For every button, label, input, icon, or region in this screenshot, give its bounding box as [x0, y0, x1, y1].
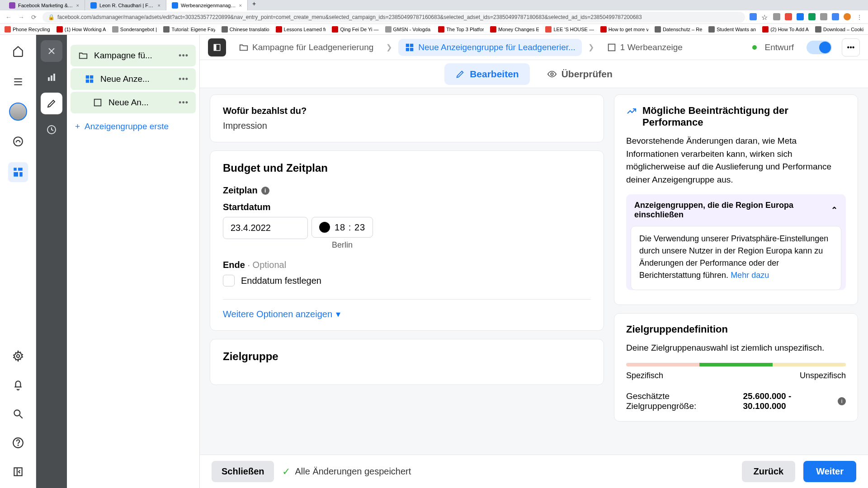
bell-icon[interactable] [8, 375, 28, 395]
bookmark[interactable]: Chinese translatio... [222, 26, 269, 33]
info-icon[interactable]: i [838, 397, 846, 405]
refresh-icon[interactable]: ⟳ [30, 13, 38, 21]
bookmark[interactable]: Student Wants an... [708, 26, 756, 33]
search-icon[interactable] [8, 404, 28, 424]
chevron-right-icon: ❯ [386, 43, 392, 52]
bookmark[interactable]: The Top 3 Platfor... [438, 26, 484, 33]
learn-more-link[interactable]: Mehr dazu [731, 271, 769, 280]
browser-tabs-bar: Facebook Marketing & Werbe... × Leon R. … [0, 0, 868, 10]
extension-icon[interactable] [773, 13, 780, 20]
end-date-checkbox[interactable] [223, 275, 235, 286]
svg-rect-28 [406, 43, 409, 47]
bookmark[interactable]: Lessons Learned fr... [276, 26, 326, 33]
bookmark[interactable]: Tutorial: Eigene Fay... [163, 26, 215, 33]
tree-item-label: Neue Anze... [100, 74, 173, 84]
bookmark[interactable]: Sonderangebot |... [112, 26, 157, 33]
profile-icon[interactable] [844, 13, 851, 20]
extension-icon[interactable] [832, 13, 839, 20]
extension-icon[interactable] [808, 13, 816, 20]
start-date-label: Startdatum [223, 202, 591, 212]
breadcrumb-ad[interactable]: 1 Werbeanzeige [600, 39, 689, 56]
start-time-input[interactable]: 18 : 23 [311, 217, 373, 238]
bookmark[interactable]: Phone Recycling... [5, 26, 50, 33]
more-icon[interactable]: ••• [179, 98, 189, 108]
footer-bar: Schließen ✓ Alle Änderungen gespeichert … [200, 455, 868, 488]
more-icon[interactable]: ••• [179, 75, 189, 84]
svg-rect-23 [86, 80, 89, 83]
gear-icon[interactable] [8, 346, 28, 366]
collapse-icon[interactable] [8, 462, 28, 482]
close-icon[interactable] [41, 40, 62, 62]
close-button[interactable]: Schließen [212, 461, 274, 482]
bookmark[interactable]: Download – Cooki... [815, 26, 863, 33]
panel-toggle-icon[interactable] [208, 38, 226, 56]
svg-rect-18 [51, 75, 52, 81]
payment-value: Impression [223, 121, 591, 131]
grid-icon[interactable] [8, 162, 28, 182]
estimate-label: Geschätzte Zielgruppengröße: [626, 391, 741, 411]
new-tab-button[interactable]: + [248, 0, 260, 10]
tree-item-campaign[interactable]: Kampagne fü... ••• [71, 45, 196, 66]
favorite-icon[interactable]: ☆ [761, 13, 769, 20]
home-icon[interactable] [8, 41, 28, 61]
bookmark[interactable]: LEE 'S HOUSE —... [545, 26, 594, 33]
plus-icon: + [75, 122, 80, 131]
browser-tab[interactable]: Facebook Marketing & Werbe... × [4, 0, 85, 10]
breadcrumb-campaign[interactable]: Kampagne für Leadgenerierung [232, 39, 380, 56]
extension-icon[interactable] [785, 13, 792, 20]
gauge-icon[interactable] [8, 131, 28, 151]
show-more-options-button[interactable]: Weitere Optionen anzeigen ▾ [223, 309, 591, 319]
avatar[interactable] [9, 103, 27, 121]
accordion-header[interactable]: Anzeigengruppen, die die Region Europa e… [626, 194, 846, 226]
ad-icon [92, 97, 103, 108]
payment-card: Wofür bezahlst du? Impression [210, 94, 604, 142]
estimate-value: 25.600.000 - 30.100.000 [743, 391, 835, 411]
svg-point-8 [16, 355, 19, 358]
bookmark[interactable]: Money Changes E... [490, 26, 539, 33]
audience-gauge [626, 363, 846, 366]
tree-item-adset[interactable]: Neue Anze... ••• [71, 68, 196, 90]
tab-review[interactable]: Überprüfen [536, 63, 623, 85]
bookmark[interactable]: (2) How To Add A... [762, 26, 809, 33]
bookmark[interactable]: (1) How Working A... [57, 26, 106, 33]
edit-icon[interactable] [41, 93, 62, 114]
facebook-icon[interactable] [797, 13, 804, 20]
back-icon[interactable]: ← [5, 13, 13, 21]
extension-icon[interactable] [750, 13, 757, 20]
svg-rect-27 [214, 44, 216, 51]
tab-edit[interactable]: Bearbeiten [444, 63, 530, 85]
history-icon[interactable] [41, 119, 62, 141]
next-button[interactable]: Weiter [803, 461, 856, 482]
tree-item-ad[interactable]: Neue An... ••• [71, 92, 196, 113]
more-icon: ••• [847, 43, 855, 52]
bookmark[interactable]: Qing Fei De Yi —... [332, 26, 378, 33]
extension-icon[interactable] [820, 13, 827, 20]
browser-tab[interactable]: Leon R. Chaudhari | Facebook × [85, 0, 166, 10]
more-icon[interactable]: ••• [179, 51, 189, 61]
url-bar[interactable]: 🔒 facebook.com/adsmanager/manage/adsets/… [42, 12, 745, 23]
close-icon[interactable]: × [239, 3, 242, 8]
more-icon[interactable]: ⋮ [855, 13, 863, 21]
svg-rect-7 [19, 172, 23, 177]
bookmark[interactable]: Datenschutz – Re... [655, 26, 702, 33]
close-icon[interactable]: × [158, 3, 160, 8]
start-date-input[interactable] [223, 217, 308, 239]
chart-icon[interactable] [41, 66, 62, 88]
back-button[interactable]: Zurück [742, 461, 796, 482]
more-button[interactable]: ••• [842, 38, 860, 56]
breadcrumb-adset[interactable]: Neue Anzeigengruppe für Leadgenerier... [398, 39, 582, 56]
bookmark[interactable]: How to get more v... [600, 26, 648, 33]
publish-toggle[interactable] [807, 41, 832, 54]
info-icon[interactable]: i [261, 187, 269, 195]
create-adgroup-button[interactable]: + Anzeigengruppe erste [67, 115, 199, 138]
close-icon[interactable]: × [76, 3, 79, 8]
svg-rect-31 [410, 47, 413, 51]
svg-rect-32 [609, 44, 615, 51]
menu-icon[interactable] [8, 72, 28, 92]
help-icon[interactable] [8, 433, 28, 453]
bookmark[interactable]: GMSN - Vologda ... [385, 26, 432, 33]
forward-icon[interactable]: → [17, 13, 25, 21]
browser-tab[interactable]: Werbeanzeigenmanager - We... × [166, 0, 248, 10]
svg-rect-4 [14, 168, 17, 171]
bookmarks-bar: Phone Recycling... (1) How Working A... … [0, 24, 868, 35]
